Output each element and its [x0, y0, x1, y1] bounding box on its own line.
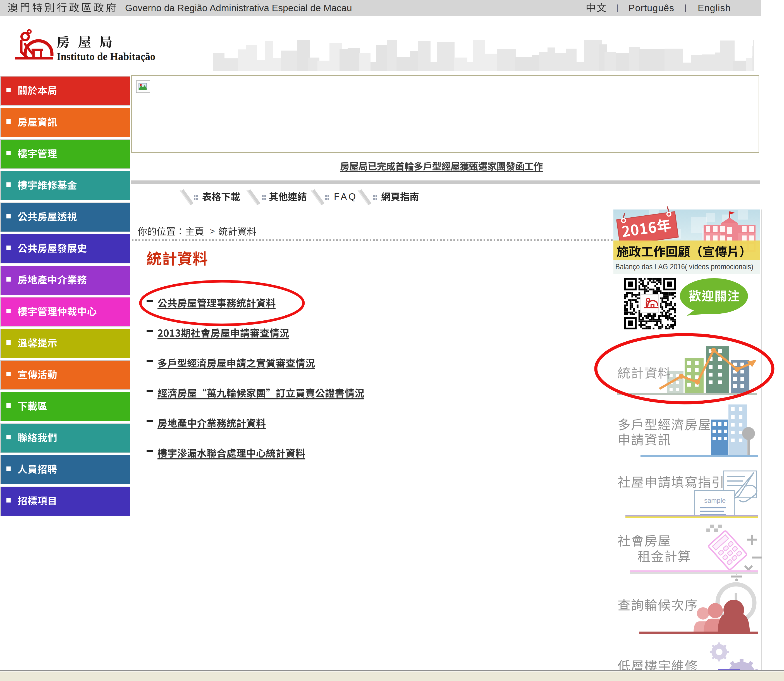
- svg-text:Balanço das LAG 2016( vídeos p: Balanço das LAG 2016( vídeos promocionai…: [615, 263, 753, 271]
- svg-text:FAQ: FAQ: [334, 191, 357, 202]
- svg-text:|: |: [684, 3, 686, 12]
- svg-text:|: |: [616, 3, 618, 12]
- svg-text:Português: Português: [629, 3, 674, 13]
- svg-text:Governo da Região Administrati: Governo da Região Administrativa Especia…: [125, 3, 352, 13]
- svg-text:sample: sample: [704, 497, 726, 504]
- svg-text:English: English: [698, 3, 731, 13]
- svg-text:>: >: [210, 226, 215, 236]
- svg-text:Instituto de Habitação: Instituto de Habitação: [57, 51, 155, 62]
